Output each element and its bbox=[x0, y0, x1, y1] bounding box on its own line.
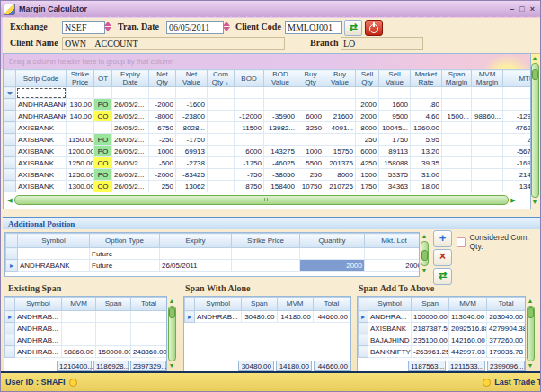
tran-date-field[interactable]: 06/05/2011 bbox=[166, 21, 224, 34]
filter-cell[interactable] bbox=[503, 87, 532, 99]
filter-cell[interactable] bbox=[297, 87, 324, 99]
vertical-scrollbar[interactable]: ▲ ▼ bbox=[530, 55, 539, 206]
table-row[interactable]: ANDHRABANK130.00PO26/05/2...-2000-160020… bbox=[4, 99, 532, 111]
filter-cell[interactable] bbox=[356, 87, 379, 99]
cell[interactable]: 248860.00 bbox=[131, 346, 167, 358]
cell[interactable]: 1260.00 bbox=[411, 122, 442, 134]
scroll-right-icon[interactable]: ▶ bbox=[509, 196, 518, 205]
cell[interactable]: BANKNIFTY bbox=[368, 346, 412, 358]
cell[interactable]: PO bbox=[94, 134, 112, 146]
column-header[interactable]: Expiry Date bbox=[112, 70, 149, 87]
cell[interactable]: -46025 bbox=[264, 157, 297, 169]
cell[interactable]: 6000 bbox=[297, 111, 324, 122]
column-header[interactable]: Total bbox=[313, 298, 350, 311]
title-bar[interactable]: Margin Calculator – □ × bbox=[1, 1, 541, 17]
row-indicator[interactable] bbox=[4, 181, 16, 192]
cell[interactable]: AXISBANK bbox=[16, 169, 67, 181]
cell[interactable]: 158088 bbox=[379, 157, 411, 169]
scroll-down-icon[interactable]: ▼ bbox=[421, 267, 428, 274]
cell[interactable] bbox=[300, 248, 365, 260]
cell[interactable] bbox=[208, 181, 235, 192]
cell[interactable]: ANDHRA... bbox=[368, 311, 412, 323]
cell[interactable] bbox=[232, 248, 300, 260]
cell[interactable] bbox=[160, 248, 232, 260]
column-header[interactable]: Strike Price bbox=[67, 70, 94, 87]
table-row[interactable]: ▸ANDHRA...150000.00113040.00263040.00 bbox=[359, 311, 526, 323]
cell[interactable] bbox=[324, 99, 356, 111]
table-row[interactable]: ANDHRAB... bbox=[5, 334, 167, 346]
column-header[interactable]: Span Margin bbox=[442, 70, 472, 87]
table-row[interactable]: BANKNIFTY-263961.25442997.03179035.78 bbox=[359, 346, 526, 358]
scroll-left-icon[interactable]: ◀ bbox=[5, 196, 14, 205]
cell[interactable]: 250 bbox=[149, 181, 176, 192]
column-header[interactable]: Sell Qty bbox=[356, 70, 379, 87]
column-header[interactable]: Quantity bbox=[300, 234, 365, 248]
cell[interactable]: 5.95 bbox=[411, 134, 442, 146]
cell[interactable]: 143275 bbox=[264, 146, 297, 157]
cell[interactable]: Future bbox=[90, 260, 160, 272]
cell[interactable]: -83425 bbox=[176, 169, 208, 181]
span-add-scrollbar[interactable]: ▲ ▼ bbox=[526, 298, 535, 370]
column-header[interactable]: Symbol bbox=[195, 298, 242, 311]
cell[interactable]: BAJAJHIND bbox=[368, 334, 412, 346]
column-header[interactable]: Scrip Code bbox=[16, 70, 67, 87]
cell[interactable]: CO bbox=[94, 111, 112, 122]
cell[interactable]: 4091... bbox=[324, 122, 356, 134]
cell[interactable]: ANDHRAB... bbox=[15, 334, 62, 346]
cell[interactable]: 10750 bbox=[297, 181, 324, 192]
cell[interactable] bbox=[442, 157, 472, 169]
filter-cell[interactable] bbox=[112, 87, 149, 99]
table-row[interactable]: AXISBANK1150.00PO26/05/2...-250-17502501… bbox=[4, 134, 532, 146]
cell[interactable]: 26/05/2... bbox=[112, 169, 149, 181]
tran-date-spinner-icon[interactable] bbox=[221, 21, 231, 32]
cell[interactable]: 1000 bbox=[297, 146, 324, 157]
column-header[interactable]: MVM bbox=[277, 298, 313, 311]
cell[interactable]: -12999.60 bbox=[503, 111, 532, 122]
cell[interactable]: 69913 bbox=[176, 146, 208, 157]
cell[interactable]: 442997.03 bbox=[449, 346, 487, 358]
cell[interactable]: AXISBANK bbox=[16, 122, 67, 134]
filter-cell[interactable] bbox=[411, 87, 442, 99]
cell[interactable]: Future bbox=[90, 248, 160, 260]
table-row[interactable]: ANDHRAB...98860.00150000.00248860.00 bbox=[5, 346, 167, 358]
cell[interactable]: -38050 bbox=[264, 169, 297, 181]
filter-cell[interactable] bbox=[442, 87, 472, 99]
column-header[interactable]: Net Value bbox=[176, 70, 208, 87]
cell[interactable] bbox=[94, 122, 112, 134]
cell[interactable]: ANDHRABANK bbox=[16, 99, 67, 111]
close-button[interactable]: × bbox=[530, 4, 535, 13]
cell[interactable]: 1500... bbox=[442, 111, 472, 122]
filter-cell[interactable] bbox=[149, 87, 176, 99]
cell[interactable]: ANDHRAB... bbox=[15, 346, 62, 358]
cell[interactable]: 13.20 bbox=[411, 146, 442, 157]
cell[interactable]: 250 bbox=[356, 134, 379, 146]
cell[interactable] bbox=[472, 181, 503, 192]
cell[interactable]: 6750 bbox=[149, 122, 176, 134]
cell[interactable]: PO bbox=[94, 146, 112, 157]
row-indicator[interactable]: ▸ bbox=[359, 311, 368, 323]
column-header[interactable]: MTM bbox=[503, 70, 532, 87]
filter-cell[interactable] bbox=[176, 87, 208, 99]
column-header[interactable]: Total bbox=[131, 298, 167, 311]
filter-icon[interactable] bbox=[7, 92, 13, 95]
column-header[interactable]: Total bbox=[487, 298, 526, 311]
cell[interactable] bbox=[264, 134, 297, 146]
cell[interactable]: PO bbox=[94, 99, 112, 111]
existing-span-scrollbar[interactable]: ▲ ▼ bbox=[167, 298, 176, 370]
column-header[interactable]: Span bbox=[412, 298, 449, 311]
cell[interactable]: 21600 bbox=[324, 111, 356, 122]
cell[interactable]: PO bbox=[94, 169, 112, 181]
cell[interactable] bbox=[62, 323, 96, 334]
column-header[interactable]: Sell Value bbox=[379, 70, 411, 87]
cell[interactable] bbox=[235, 99, 264, 111]
cell[interactable]: 44660.00 bbox=[313, 311, 350, 323]
column-header[interactable]: Market Rate bbox=[411, 70, 442, 87]
additional-vertical-scrollbar[interactable]: ▲ ▼ bbox=[420, 233, 429, 274]
exchange-field[interactable]: NSEF bbox=[62, 21, 105, 34]
filter-cell[interactable] bbox=[235, 87, 264, 99]
cell[interactable] bbox=[442, 181, 472, 192]
minimize-button[interactable]: – bbox=[510, 4, 514, 13]
delete-position-button[interactable]: × bbox=[433, 249, 452, 266]
row-indicator[interactable] bbox=[5, 334, 15, 346]
cell[interactable]: 476275.00 bbox=[503, 122, 532, 134]
